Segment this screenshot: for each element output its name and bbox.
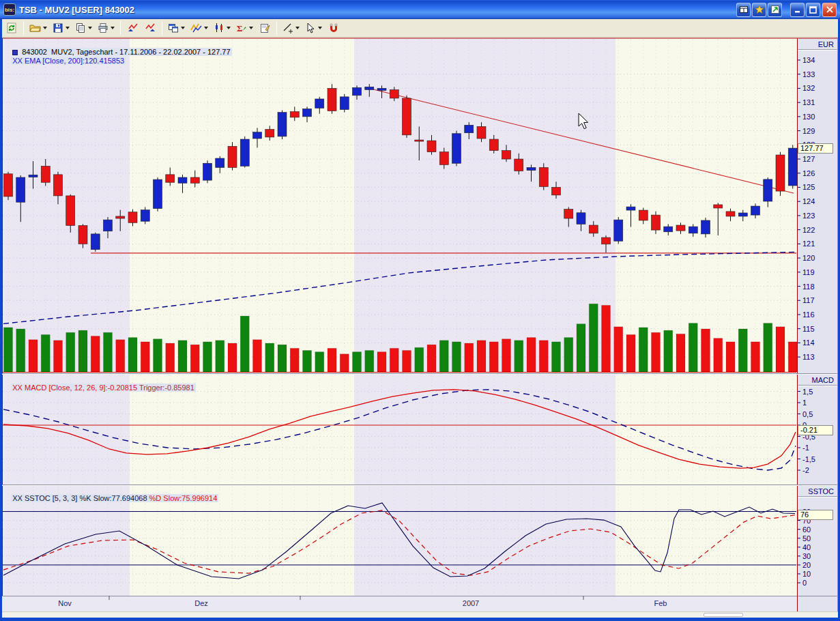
dropdown-caret [318, 27, 322, 29]
sstoc-axis-label: 60 [802, 525, 837, 534]
price-axis-label: 127 [802, 155, 837, 163]
signal-sigma-button[interactable]: Σ [234, 20, 255, 36]
next-chart-button[interactable] [142, 20, 158, 36]
macd-axis-label: 1 [802, 399, 837, 407]
toolbar-separator [276, 21, 277, 35]
svg-text:Σ: Σ [237, 23, 243, 33]
macd-label-row: XX MACD [Close, 12, 26, 9]:-0.20815 Trig… [3, 375, 196, 400]
month-band [615, 374, 797, 485]
month-band [615, 38, 797, 373]
window-title: TSB - MUV2 [USER] 843002 [19, 5, 736, 15]
toolbar-separator [23, 21, 24, 35]
titlebar[interactable]: bis: TSB - MUV2 [USER] 843002 [0, 0, 840, 19]
macd-axis-label: 1,5 [802, 388, 837, 396]
print-button[interactable] [96, 20, 117, 36]
maximize-icon [809, 6, 817, 14]
price-axis-label: 118 [802, 283, 837, 291]
time-axis-label: 2007 [463, 599, 479, 607]
dropdown-caret [204, 27, 208, 29]
window-border [0, 618, 840, 621]
application-window: bis: TSB - MUV2 [USER] 843002 [0, 0, 840, 621]
chart-windows-icon [168, 23, 179, 33]
minimize-icon [794, 6, 801, 13]
month-band [354, 38, 615, 373]
sstoc-axis-label: 10 [802, 570, 837, 578]
sstoc-axis-title: SSTOC [798, 486, 837, 497]
prev-chart-button[interactable] [124, 20, 141, 36]
sstoc-axis-label: 50 [802, 534, 837, 543]
sstoc-axis-label: 40 [802, 543, 837, 551]
refresh-button[interactable] [3, 20, 20, 36]
cursor-tool-button[interactable] [303, 20, 324, 36]
time-axis-label: Feb [654, 599, 667, 607]
maximize-button[interactable] [806, 3, 820, 17]
sstoc-axis-label: 30 [802, 552, 837, 560]
app-icon[interactable]: bis: [3, 3, 16, 16]
scrollbar-thumb[interactable] [704, 613, 743, 617]
main-toolbar: Σ [0, 19, 840, 38]
macd-axis-title: MACD [798, 375, 837, 386]
macd-axis-label: -2 [802, 466, 837, 474]
draw-candles-button[interactable] [212, 20, 233, 36]
last-price-tag: 127.77 [798, 143, 833, 154]
sstoc-k-label: XX SSTOC [5, 3, 3] %K Slow:77.694068 [12, 494, 147, 502]
price-axis-label: 130 [802, 113, 837, 121]
price-axis-label: 124 [802, 197, 837, 205]
draw-candles-icon [214, 23, 225, 33]
ema-indicator-label: XX EMA [Close, 200]:120.415853 [11, 57, 126, 65]
chart-windows-button[interactable] [166, 20, 187, 36]
price-axis-label: 121 [802, 240, 837, 248]
save-disk-icon [53, 23, 63, 33]
next-chart-icon [145, 23, 156, 33]
macd-axis-label: -1 [802, 444, 837, 452]
printer-icon [98, 23, 108, 33]
price-axis-label: 114 [802, 338, 837, 347]
template-button[interactable] [257, 20, 273, 36]
close-button[interactable] [822, 3, 837, 17]
macd-value-tag: -0.21 [798, 425, 833, 435]
favorite-button[interactable] [752, 3, 766, 17]
magnet-button[interactable] [325, 20, 342, 36]
save-button[interactable] [50, 20, 72, 36]
month-band [354, 374, 615, 485]
chart-area[interactable] [2, 38, 838, 611]
month-band [615, 485, 797, 596]
open-button[interactable] [27, 20, 49, 36]
price-axis-label: 116 [802, 310, 837, 319]
toolbar-separator [120, 21, 121, 35]
refresh-icon [6, 23, 17, 33]
sstoc-axis-label: 20 [802, 561, 837, 569]
sstoc-axis-label: 0 [802, 579, 837, 587]
window-layout-icon [740, 6, 748, 13]
macd-axis-label: -1,5 [802, 455, 837, 463]
external-chart-button[interactable] [768, 3, 782, 17]
sstoc-label-row: XX SSTOC [5, 3, 3] %K Slow:77.694068 %D … [3, 486, 218, 510]
dropdown-caret [227, 27, 231, 29]
price-axis-label: 133 [802, 70, 837, 78]
dropdown-caret [295, 27, 300, 29]
minimize-button[interactable] [790, 3, 805, 17]
price-axis-label: 120 [802, 254, 837, 262]
month-band [130, 38, 354, 373]
toolbar-separator [162, 21, 162, 35]
price-axis-label: 125 [802, 183, 837, 191]
dropdown-caret [66, 27, 70, 29]
indicator-button[interactable] [188, 20, 210, 36]
price-axis-label: 134 [802, 56, 837, 64]
line-tool-button[interactable] [280, 20, 302, 36]
dropdown-caret [111, 27, 115, 29]
copy-button[interactable] [73, 20, 94, 36]
macd-indicator-label: XX MACD [Close, 12, 26, 9]:-0.20815 [12, 384, 137, 392]
price-axis-label: 126 [802, 169, 837, 177]
price-axis-label: 117 [802, 296, 837, 304]
dropdown-caret [88, 27, 92, 29]
horizontal-scrollbar[interactable] [2, 611, 838, 618]
price-axis-label: 131 [802, 98, 837, 106]
price-axis-label: 132 [802, 84, 837, 92]
favorite-star-icon [755, 5, 764, 14]
ema-label-row: XX EMA [Close, 200]:120.415853 [3, 48, 126, 73]
window-layout-button[interactable] [736, 3, 751, 17]
sigma-icon: Σ [236, 23, 247, 33]
price-axis-label: 122 [802, 226, 837, 234]
price-axis-label: 115 [802, 325, 837, 333]
